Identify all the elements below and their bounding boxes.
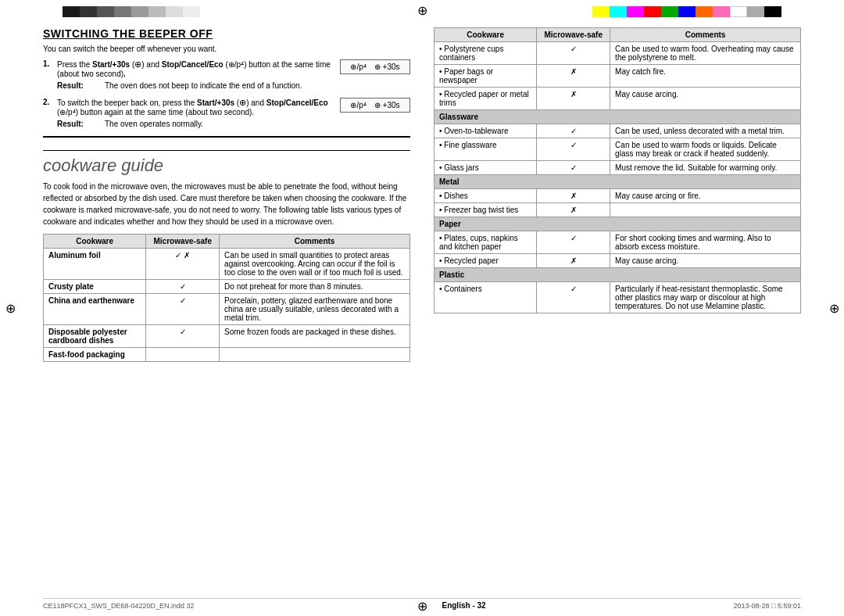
table-row: China and earthenware ✓ Porcelain, potte… — [44, 294, 410, 325]
col-header-cookware: Cookware — [44, 235, 146, 249]
row-disposable-item: Disposable polyester cardboard dishes — [44, 325, 146, 348]
step-1-number: 1. — [43, 59, 54, 90]
row-aluminum-safe: ✓ ✗ — [146, 249, 220, 280]
section-header-paper: Paper — [435, 217, 801, 231]
beeper-intro: You can switch the beeper off whenever y… — [43, 45, 410, 53]
step-2-text: To switch the beeper back on, press the … — [57, 98, 332, 116]
step-2-bold2: Stop/Cancel/Eco — [266, 98, 328, 107]
metal-header-label: Metal — [435, 175, 801, 189]
table-row: • Paper bags or newspaper ✗ May catch fi… — [435, 65, 801, 88]
row-recycledpaper-comment: May cause arcing. — [610, 88, 801, 110]
table-row: Crusty plate ✓ Do not preheat for more t… — [44, 280, 410, 294]
row-oven-tableware-item: • Oven-to-tableware — [435, 124, 537, 138]
right-column: Cookware Microwave-safe Comments • Polys… — [434, 27, 801, 589]
row-plates-safe: ✓ — [537, 231, 610, 254]
col-header-safe: Microwave-safe — [146, 235, 220, 249]
row-disposable-safe: ✓ — [146, 325, 220, 348]
col-header-comments: Comments — [220, 235, 410, 249]
row-aluminum-item: Aluminum foil — [44, 249, 146, 280]
table-row: • Dishes ✗ May cause arcing or fire. — [435, 189, 801, 203]
row-containers-safe: ✓ — [537, 282, 610, 313]
row-polystyrene-safe: ✓ — [537, 42, 610, 65]
paper-header-label: Paper — [435, 217, 801, 231]
row-china-comment: Porcelain, pottery, glazed earthenware a… — [220, 294, 410, 325]
registration-mark-top: ⊕ — [414, 2, 430, 18]
row-recycledpaper-item: • Recycled paper or metal trims — [435, 88, 537, 110]
right-col-header-comments: Comments — [610, 28, 801, 42]
row-fine-glassware-item: • Fine glassware — [435, 138, 537, 161]
section-header-metal: Metal — [435, 175, 801, 189]
table-row: • Fine glassware ✓ Can be used to warm f… — [435, 138, 801, 161]
table-row: • Recycled paper ✗ May cause arcing. — [435, 254, 801, 268]
step-2-result-text: The oven operates normally. — [105, 120, 203, 128]
glassware-header-label: Glassware — [435, 110, 801, 124]
registration-mark-left: ⊕ — [2, 300, 18, 316]
row-recycled-paper-item: • Recycled paper — [435, 254, 537, 268]
page-content: SWITCHING THE BEEPER OFF You can switch … — [43, 27, 801, 589]
row-fastfood-safe — [146, 348, 220, 362]
plastic-header-label: Plastic — [435, 268, 801, 282]
row-glass-jars-comment: Must remove the lid. Suitable for warmin… — [610, 161, 801, 175]
cookware-description: To cook food in the microwave oven, the … — [43, 181, 410, 227]
row-freezerbag-safe: ✗ — [537, 203, 610, 217]
right-col-header-safe: Microwave-safe — [537, 28, 610, 42]
row-glass-jars-safe: ✓ — [537, 161, 610, 175]
step-2-number: 2. — [43, 98, 54, 128]
row-disposable-comment: Some frozen foods are packaged in these … — [220, 325, 410, 348]
step-1-button-icon: ⊕/p⁴ ⊕ +30s — [340, 59, 410, 74]
row-crusty-safe: ✓ — [146, 280, 220, 294]
row-fastfood-comment — [220, 348, 410, 362]
row-glass-jars-item: • Glass jars — [435, 161, 537, 175]
row-oven-tableware-safe: ✓ — [537, 124, 610, 138]
footer-left: CE118PFCX1_SWS_DE68-04220D_EN.indd 32 — [43, 602, 195, 610]
row-fine-glassware-safe: ✓ — [537, 138, 610, 161]
row-dishes-comment: May cause arcing or fire. — [610, 189, 801, 203]
step-1-content: Press the Start/+30s (⊕) and Stop/Cancel… — [57, 59, 410, 90]
row-dishes-item: • Dishes — [435, 189, 537, 203]
table-row: Disposable polyester cardboard dishes ✓ … — [44, 325, 410, 348]
cookware-table-left: Cookware Microwave-safe Comments Aluminu… — [43, 234, 410, 362]
row-containers-item: • Containers — [435, 282, 537, 313]
step-1: 1. Press the Start/+30s (⊕) and Stop/Can… — [43, 59, 410, 90]
row-fine-glassware-comment: Can be used to warm foods or liquids. De… — [610, 138, 801, 161]
registration-mark-right: ⊕ — [826, 300, 842, 316]
row-plates-item: • Plates, cups, napkins and kitchen pape… — [435, 231, 537, 254]
page-footer: CE118PFCX1_SWS_DE68-04220D_EN.indd 32 En… — [43, 598, 801, 610]
row-china-safe: ✓ — [146, 294, 220, 325]
footer-right: 2013-08-28 □ 5:59:01 — [733, 602, 801, 610]
step-1-result-text: The oven does not beep to indicate the e… — [105, 81, 302, 90]
row-recycled-paper-safe: ✗ — [537, 254, 610, 268]
row-polystyrene-item: • Polystyrene cups containers — [435, 42, 537, 65]
row-paperbags-safe: ✗ — [537, 65, 610, 88]
step-1-result-label: Result: — [57, 81, 100, 90]
section-header-glassware: Glassware — [435, 110, 801, 124]
row-fastfood-item: Fast-food packaging — [44, 348, 146, 362]
cookware-table-right: Cookware Microwave-safe Comments • Polys… — [434, 27, 801, 313]
step-1-result: Result: The oven does not beep to indica… — [57, 81, 410, 90]
step-2-bold1: Start/+30s — [197, 98, 234, 107]
row-china-item: China and earthenware — [44, 294, 146, 325]
right-col-header-cookware: Cookware — [435, 28, 537, 42]
table-row: • Freezer bag twist ties ✗ — [435, 203, 801, 217]
step-1-bold2: Stop/Cancel/Eco — [162, 60, 224, 69]
table-row: • Recycled paper or metal trims ✗ May ca… — [435, 88, 801, 110]
color-bar-cmyk — [592, 6, 781, 17]
table-row: • Polystyrene cups containers ✓ Can be u… — [435, 42, 801, 65]
table-row: • Glass jars ✓ Must remove the lid. Suit… — [435, 161, 801, 175]
step-2-result: Result: The oven operates normally. — [57, 120, 410, 128]
row-aluminum-comment: Can be used in small quantities to prote… — [220, 249, 410, 280]
color-bar-grayscale — [63, 6, 200, 17]
row-containers-comment: Particularly if heat-resistant thermopla… — [610, 282, 801, 313]
row-freezerbag-item: • Freezer bag twist ties — [435, 203, 537, 217]
section-header-plastic: Plastic — [435, 268, 801, 282]
row-paperbags-comment: May catch fire. — [610, 65, 801, 88]
row-recycledpaper-safe: ✗ — [537, 88, 610, 110]
row-crusty-comment: Do not preheat for more than 8 minutes. — [220, 280, 410, 294]
table-row: Aluminum foil ✓ ✗ Can be used in small q… — [44, 249, 410, 280]
step-1-text: Press the Start/+30s (⊕) and Stop/Cancel… — [57, 59, 332, 78]
step-2-button-icon: ⊕/p⁴ ⊕ +30s — [340, 98, 410, 113]
footer-center: English - 32 — [442, 601, 485, 610]
left-column: SWITCHING THE BEEPER OFF You can switch … — [43, 27, 418, 589]
table-row: • Containers ✓ Particularly if heat-resi… — [435, 282, 801, 313]
table-row: Fast-food packaging — [44, 348, 410, 362]
